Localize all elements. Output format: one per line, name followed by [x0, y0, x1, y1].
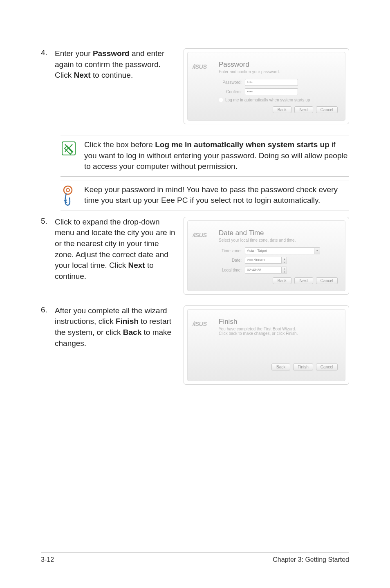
tip-text: Keep your password in mind! You have to …: [84, 184, 349, 206]
step-text: After you complete all the wizard instru…: [55, 305, 176, 349]
cancel-button[interactable]: Cancel: [316, 364, 338, 370]
step-number: 6.: [41, 305, 55, 314]
date-spinner[interactable]: ▴▾: [282, 257, 287, 264]
wizard-title: Password: [219, 61, 338, 69]
asus-logo: ISUS: [193, 320, 206, 327]
wizard-subtitle2: Click back to make changes, or click Fin…: [219, 331, 338, 336]
wizard-subtitle: Select your local time zone, date and ti…: [219, 238, 338, 242]
step-number: 5.: [41, 217, 55, 226]
svg-point-1: [64, 186, 72, 194]
step-6: 6. After you complete all the wizard ins…: [41, 305, 349, 385]
wizard-title: Finish: [219, 318, 338, 326]
step-5: 5. Click to expand the drop-down menu an…: [41, 217, 349, 295]
timezone-label: Time zone:: [219, 249, 245, 253]
password-field[interactable]: ****: [245, 79, 298, 86]
time-field[interactable]: 02:43:28: [245, 267, 282, 274]
step-number: 4.: [41, 48, 55, 57]
next-button[interactable]: Next: [294, 106, 313, 113]
password-label: Password:: [219, 80, 245, 85]
password-wizard-screenshot: ISUS Password Enter and confirm your pas…: [184, 48, 349, 124]
confirm-label: Confirm:: [219, 90, 245, 94]
date-field[interactable]: 2007/08/01: [245, 257, 282, 264]
finish-button[interactable]: Finish: [293, 364, 313, 370]
asus-logo: ISUS: [193, 231, 206, 238]
finish-wizard-screenshot: ISUS Finish You have completed the First…: [184, 305, 349, 385]
cancel-button[interactable]: Cancel: [316, 277, 338, 284]
cancel-button[interactable]: Cancel: [316, 106, 338, 113]
note-text: Click the box before Log me in automatic…: [84, 139, 349, 172]
wizard-title: Date and Time: [219, 229, 338, 237]
auto-login-checkbox[interactable]: [219, 98, 223, 102]
page-footer: 3-12 Chapter 3: Getting Started: [41, 552, 349, 563]
auto-login-label: Log me in automatically when system star…: [225, 98, 310, 102]
date-label: Date:: [219, 258, 245, 263]
step-text: Enter your Password and enter again to c…: [55, 48, 176, 81]
tip-callout: Keep your password in mind! You have to …: [61, 180, 349, 211]
next-button[interactable]: Next: [294, 277, 313, 284]
wizard-subtitle: You have completed the First Boot Wizard…: [219, 327, 338, 331]
step-text: Click to expand the drop-down menu and l…: [55, 217, 176, 282]
chapter-title: Chapter 3: Getting Started: [273, 556, 349, 563]
wizard-subtitle: Enter and confirm your password.: [219, 70, 338, 74]
timezone-select[interactable]: Asia - Taipei: [245, 247, 314, 254]
tip-icon: [61, 184, 84, 206]
step-4: 4. Enter your Password and enter again t…: [41, 48, 349, 124]
back-button[interactable]: Back: [273, 277, 291, 284]
svg-point-2: [66, 189, 69, 192]
back-button[interactable]: Back: [273, 106, 291, 113]
confirm-field[interactable]: ****: [245, 88, 298, 95]
back-button[interactable]: Back: [271, 364, 290, 370]
datetime-wizard-screenshot: ISUS Date and Time Select your local tim…: [184, 217, 349, 295]
note-icon: [61, 139, 84, 157]
time-label: Local time:: [219, 268, 245, 272]
note-callout: Click the box before Log me in automatic…: [61, 135, 349, 177]
page-number: 3-12: [41, 556, 54, 563]
chevron-down-icon[interactable]: ▾: [314, 247, 320, 254]
time-spinner[interactable]: ▴▾: [282, 267, 287, 274]
asus-logo: ISUS: [193, 63, 206, 70]
